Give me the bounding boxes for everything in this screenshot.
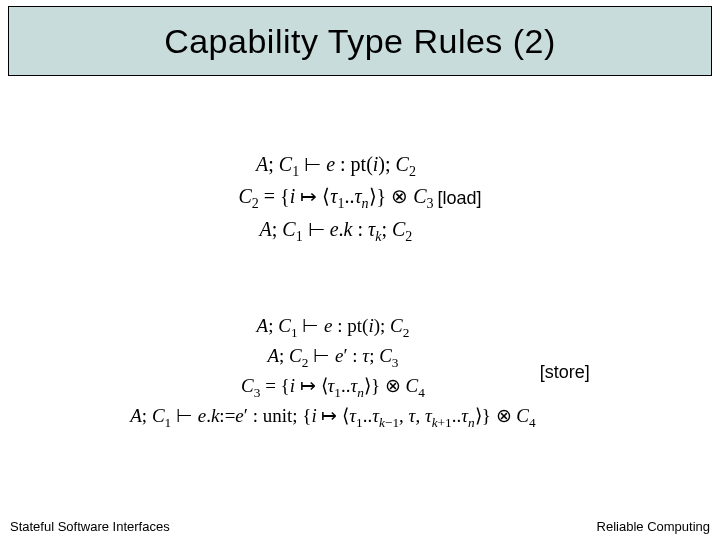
footer-right: Reliable Computing — [597, 519, 710, 534]
store-premise-3: C3 = {i ↦ ⟨τ1..τn⟩} ⊗ C4 — [130, 372, 535, 402]
title-bar: Capability Type Rules (2) — [8, 6, 712, 76]
load-rule: A; C1 ⊢ e : pt(i); C2 C2 = {i ↦ ⟨τ1..τn⟩… — [0, 150, 720, 247]
load-premise-2: C2 = {i ↦ ⟨τ1..τn⟩} ⊗ C3 — [238, 182, 433, 214]
store-premise-2: A; C2 ⊢ e′ : τ; C3 — [130, 342, 535, 372]
load-fraction: A; C1 ⊢ e : pt(i); C2 C2 = {i ↦ ⟨τ1..τn⟩… — [238, 150, 433, 247]
store-rule-label: [store] — [540, 362, 590, 383]
load-premise-1: A; C1 ⊢ e : pt(i); C2 — [238, 150, 433, 182]
footer-left: Stateful Software Interfaces — [10, 519, 170, 534]
store-fraction: A; C1 ⊢ e : pt(i); C2 A; C2 ⊢ e′ : τ; C3… — [130, 312, 535, 432]
store-rule: A; C1 ⊢ e : pt(i); C2 A; C2 ⊢ e′ : τ; C3… — [0, 312, 720, 432]
slide: Capability Type Rules (2) A; C1 ⊢ e : pt… — [0, 0, 720, 540]
store-rule-container: A; C1 ⊢ e : pt(i); C2 A; C2 ⊢ e′ : τ; C3… — [130, 312, 589, 432]
footer: Stateful Software Interfaces Reliable Co… — [10, 519, 710, 534]
store-premise-1: A; C1 ⊢ e : pt(i); C2 — [130, 312, 535, 342]
store-conclusion: A; C1 ⊢ e.k:=e′ : unit; {i ↦ ⟨τ1..τk−1, … — [130, 402, 535, 432]
load-rule-container: A; C1 ⊢ e : pt(i); C2 C2 = {i ↦ ⟨τ1..τn⟩… — [238, 150, 481, 247]
load-conclusion: A; C1 ⊢ e.k : τk; C2 — [238, 215, 433, 247]
load-rule-label: [load] — [438, 188, 482, 209]
slide-title: Capability Type Rules (2) — [164, 22, 556, 61]
